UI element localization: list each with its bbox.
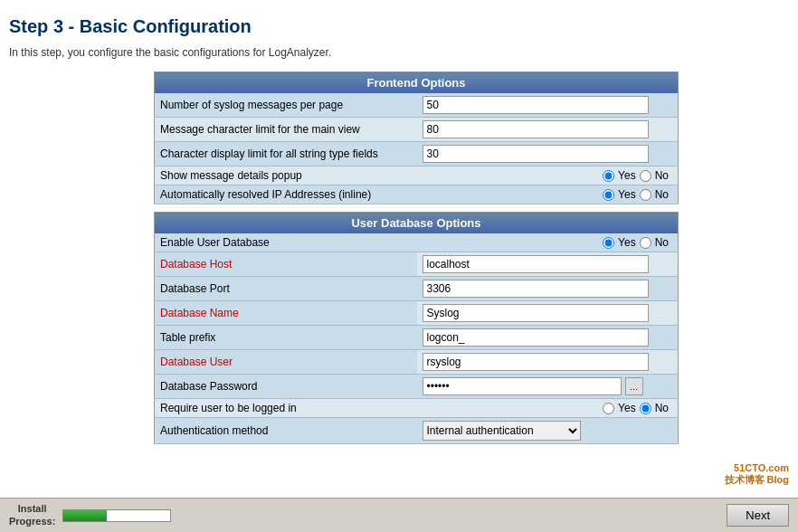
value-db-host (417, 252, 679, 277)
value-enable-user-db: Yes No (417, 233, 679, 252)
label-yes-require-logged: Yes (618, 402, 636, 414)
input-char-display-limit[interactable] (423, 145, 649, 163)
table-row: Database Name (155, 301, 679, 326)
table-row: Message character limit for the main vie… (155, 118, 679, 142)
table-row: Show message details popup Yes No (155, 166, 679, 185)
value-syslog-per-page (417, 93, 679, 118)
label-db-host: Database Host (155, 252, 417, 277)
radio-auto-ip-no[interactable] (640, 189, 651, 201)
table-row: Character display limit for all string t… (155, 142, 679, 166)
label-yes-enable-user-db: Yes (618, 236, 636, 249)
select-auth-method[interactable]: Internal authentication LDAP authenticat… (423, 421, 581, 441)
table-row: Number of syslog messages per page (155, 93, 679, 118)
value-show-message-popup: Yes No (417, 166, 679, 185)
page-title: Step 3 - Basic Configuration (9, 9, 780, 41)
footer-bar: Install Progress: Next (0, 498, 798, 532)
label-no-require-logged: No (655, 402, 669, 414)
input-syslog-per-page[interactable] (423, 96, 649, 114)
table-row: Automatically resolved IP Addresses (inl… (155, 185, 679, 204)
radio-require-logged-yes[interactable] (603, 403, 614, 414)
input-db-name[interactable] (423, 304, 649, 322)
user-db-options-header: User Database Options (155, 213, 679, 234)
value-db-name (417, 301, 679, 326)
table-row: Database Port (155, 277, 679, 301)
input-table-prefix[interactable] (423, 328, 649, 347)
value-table-prefix (417, 326, 679, 350)
label-db-port: Database Port (155, 277, 417, 301)
label-enable-user-db: Enable User Database (155, 233, 417, 252)
value-db-port (417, 277, 679, 301)
label-yes-auto-ip: Yes (618, 188, 636, 201)
table-row: Table prefix (155, 326, 679, 350)
label-db-name: Database Name (155, 301, 417, 326)
page-description: In this step, you configure the basic co… (9, 46, 780, 59)
table-row: Database Host (155, 252, 679, 277)
user-db-options-table: User Database Options Enable User Databa… (154, 212, 679, 444)
value-auto-resolve-ip: Yes No (417, 185, 679, 204)
radio-auto-ip-yes[interactable] (603, 189, 614, 201)
radio-show-popup-yes[interactable] (603, 170, 614, 182)
value-char-display-limit (417, 142, 679, 166)
input-db-password[interactable] (423, 377, 622, 395)
radio-enable-user-db-no[interactable] (640, 237, 651, 249)
input-message-char-limit[interactable] (423, 120, 649, 138)
radio-show-popup-no[interactable] (640, 170, 651, 182)
label-show-message-popup: Show message details popup (155, 166, 417, 185)
table-row: Database Password … (155, 375, 679, 399)
progress-bar-outer (62, 509, 171, 522)
label-no-auto-ip: No (655, 188, 669, 201)
input-db-host[interactable] (423, 255, 649, 273)
progress-bar-inner (63, 510, 106, 521)
password-icon-btn[interactable]: … (625, 377, 643, 395)
label-auto-resolve-ip: Automatically resolved IP Addresses (inl… (155, 185, 417, 204)
value-db-password: … (417, 375, 679, 399)
table-row: Require user to be logged in Yes No (155, 399, 679, 418)
input-db-port[interactable] (423, 280, 649, 298)
label-char-display-limit: Character display limit for all string t… (155, 142, 417, 166)
install-label: Install Progress: (9, 503, 55, 527)
label-no-show-popup: No (655, 169, 669, 182)
install-progress-area: Install Progress: (9, 503, 171, 527)
label-require-logged-in: Require user to be logged in (155, 399, 417, 418)
input-db-user[interactable] (423, 353, 649, 371)
radio-enable-user-db-yes[interactable] (603, 237, 614, 249)
label-db-user: Database User (155, 350, 417, 375)
value-db-user (417, 350, 679, 375)
value-message-char-limit (417, 118, 679, 142)
table-row: Authentication method Internal authentic… (155, 418, 679, 444)
label-syslog-per-page: Number of syslog messages per page (155, 93, 417, 118)
label-auth-method: Authentication method (155, 418, 417, 444)
label-message-char-limit: Message character limit for the main vie… (155, 118, 417, 142)
frontend-options-table: Frontend Options Number of syslog messag… (154, 71, 679, 204)
table-row: Enable User Database Yes No (155, 233, 679, 252)
frontend-options-header: Frontend Options (155, 72, 679, 94)
value-require-logged-in: Yes No (417, 399, 679, 418)
table-row: Database User (155, 350, 679, 375)
label-no-enable-user-db: No (655, 236, 669, 249)
radio-require-logged-no[interactable] (640, 403, 651, 414)
value-auth-method: Internal authentication LDAP authenticat… (417, 418, 679, 444)
label-db-password: Database Password (155, 375, 417, 399)
next-button[interactable]: Next (727, 504, 789, 527)
label-table-prefix: Table prefix (155, 326, 417, 350)
label-yes-show-popup: Yes (618, 169, 636, 182)
